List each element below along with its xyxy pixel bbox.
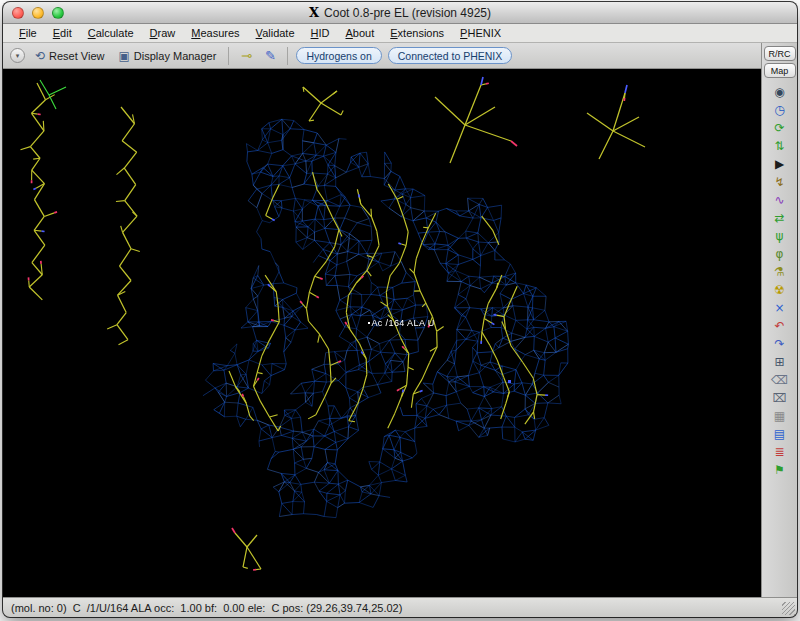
menu-validate[interactable]: Validate <box>248 25 303 41</box>
undo-icon[interactable]: ↶ <box>769 319 791 334</box>
rrc-button[interactable]: R/RC <box>764 46 796 61</box>
rotamer-icon[interactable]: ψ <box>769 229 791 244</box>
side-icon-column: ◉ ◷ ⟳ ⇅ ▶ ↯ ∿ ⇄ ψ φ ⚗ ☢ × ↶ ↷ ⊞ ⌫ ⌧ ▦ ▤ <box>769 85 791 597</box>
rgb-stripes-icon[interactable]: ≣ <box>769 445 791 460</box>
menu-file[interactable]: File <box>11 25 45 41</box>
redo-icon[interactable]: ↷ <box>769 337 791 352</box>
window-title: X Coot 0.8-pre EL (revision 4925) <box>309 5 491 20</box>
play-icon[interactable]: ▶ <box>769 157 791 172</box>
swap-horizontal-icon[interactable]: ⇄ <box>769 211 791 226</box>
viewport: Ac /164 ALA U <box>3 69 761 597</box>
radiation-icon[interactable]: ☢ <box>769 283 791 298</box>
flask-icon[interactable]: ⚗ <box>769 265 791 280</box>
trash-icon[interactable]: ⌧ <box>769 391 791 406</box>
delete-cross-icon[interactable]: × <box>769 301 791 316</box>
toolbar-overflow-button[interactable]: ▾ <box>10 48 25 63</box>
close-button[interactable] <box>12 7 24 19</box>
right-toolbar: R/RC Map ◉ ◷ ⟳ ⇅ ▶ ↯ ∿ ⇄ ψ φ ⚗ ☢ × ↶ ↷ ⊞… <box>761 43 797 597</box>
reset-view-button[interactable]: ⟲ Reset View <box>31 47 109 65</box>
menu-extensions[interactable]: Extensions <box>382 25 452 41</box>
swap-vertical-icon[interactable]: ⇅ <box>769 139 791 154</box>
status-bar: (mol. no: 0) C /1/U/164 ALA occ: 1.00 bf… <box>3 597 797 617</box>
zoom-button[interactable] <box>52 7 64 19</box>
bolt-icon[interactable]: ↯ <box>769 175 791 190</box>
wave-icon[interactable]: ∿ <box>769 193 791 208</box>
resize-grip[interactable] <box>782 602 795 615</box>
spin-view-icon[interactable]: ◉ <box>769 85 791 100</box>
clock-icon[interactable]: ◷ <box>769 103 791 118</box>
minimize-button[interactable] <box>32 7 44 19</box>
toolbar-separator <box>287 47 288 65</box>
flag-icon[interactable]: ⚑ <box>769 463 791 478</box>
add-box-icon[interactable]: ⊞ <box>769 355 791 370</box>
atom-label: Ac /164 ALA U <box>371 318 434 328</box>
grid-icon[interactable]: ▦ <box>769 409 791 424</box>
status-text: (mol. no: 0) C /1/U/164 ALA occ: 1.00 bf… <box>11 602 402 614</box>
menu-draw[interactable]: Draw <box>142 25 184 41</box>
refine-cycle-icon[interactable]: ⟳ <box>769 121 791 136</box>
display-manager-label: Display Manager <box>134 50 217 62</box>
menu-phenix[interactable]: PHENIX <box>452 25 509 41</box>
menubar: File Edit Calculate Draw Measures Valida… <box>3 24 797 43</box>
menu-edit[interactable]: Edit <box>45 25 80 41</box>
x11-icon: X <box>309 5 319 20</box>
display-manager-icon: ▣ <box>119 49 130 63</box>
reset-view-label: Reset View <box>49 50 104 62</box>
rama-plot-icon[interactable]: φ <box>769 247 791 262</box>
display-manager-button[interactable]: ▣ Display Manager <box>115 47 221 65</box>
map-button[interactable]: Map <box>764 63 796 78</box>
menu-calculate[interactable]: Calculate <box>80 25 142 41</box>
phenix-status-button[interactable]: Connected to PHENIX <box>388 47 512 64</box>
toolbar: ▾ ⟲ Reset View ▣ Display Manager ⊸ ✎ Hyd… <box>3 43 761 69</box>
gl-canvas[interactable] <box>3 69 761 597</box>
reset-view-icon: ⟲ <box>35 49 45 63</box>
menu-about[interactable]: About <box>338 25 383 41</box>
eraser-icon[interactable]: ⌫ <box>769 373 791 388</box>
titlebar[interactable]: X Coot 0.8-pre EL (revision 4925) <box>3 2 797 24</box>
bond-tool-icon[interactable]: ⊸ <box>237 48 255 63</box>
toolbar-separator <box>228 47 229 65</box>
window-title-text: Coot 0.8-pre EL (revision 4925) <box>324 6 491 20</box>
coot-window: X Coot 0.8-pre EL (revision 4925) File E… <box>3 2 797 617</box>
pencil-tool-icon[interactable]: ✎ <box>261 48 279 63</box>
hydrogens-toggle[interactable]: Hydrogens on <box>296 47 381 64</box>
layers-icon[interactable]: ▤ <box>769 427 791 442</box>
menu-measures[interactable]: Measures <box>183 25 247 41</box>
menu-hid[interactable]: HID <box>303 25 338 41</box>
traffic-lights <box>12 2 64 23</box>
